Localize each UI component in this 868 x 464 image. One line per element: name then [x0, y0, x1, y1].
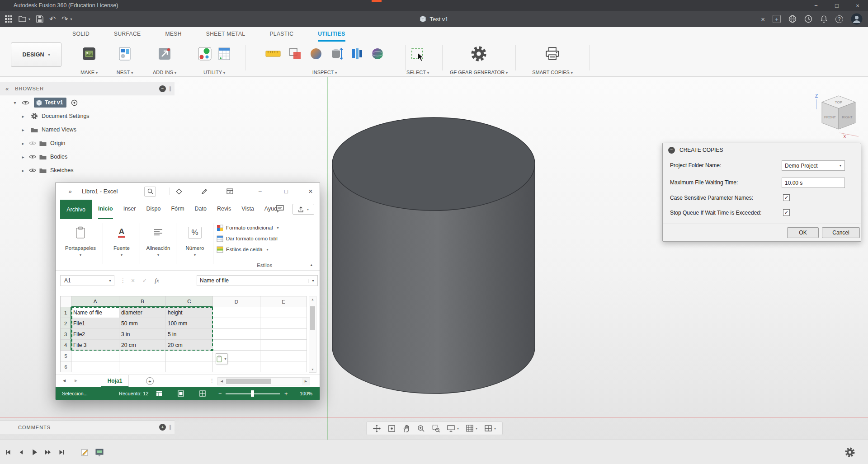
cell-c3[interactable]: 5 in — [166, 329, 213, 340]
redo-icon[interactable]: ↷▾ — [61, 14, 72, 24]
cell-e1[interactable] — [260, 307, 307, 318]
name-box[interactable]: A1 ▾ — [60, 275, 114, 286]
zoom-slider-thumb[interactable] — [251, 390, 254, 397]
diamond-icon[interactable] — [174, 183, 184, 200]
format-as-table-button[interactable]: Dar formato como tabl — [217, 234, 278, 244]
dropdown-caret-icon[interactable]: ▾ — [59, 253, 102, 257]
cancel-entry-icon[interactable]: × — [128, 275, 138, 286]
expander-icon[interactable]: ▸ — [20, 168, 26, 173]
excel-close-button[interactable]: × — [302, 183, 320, 200]
cell-c1[interactable]: height — [166, 307, 213, 318]
horizontal-scrollbar[interactable]: ◀ ▶ — [217, 377, 310, 385]
step-forward-icon[interactable] — [44, 449, 52, 455]
inspect-dropdown[interactable]: INSPECT▾ — [248, 70, 401, 75]
select-all-corner[interactable] — [61, 296, 71, 307]
row-header-5[interactable]: 5 — [61, 351, 71, 361]
curvature-comb-icon[interactable] — [310, 47, 322, 60]
eye-icon[interactable] — [22, 100, 29, 105]
maximize-button[interactable]: □ — [826, 0, 847, 11]
draft-analysis-icon[interactable] — [351, 47, 363, 60]
smart-copies-dropdown[interactable]: SMART COPIES▾ — [518, 70, 587, 75]
ribbon-display-options-icon[interactable] — [225, 183, 235, 200]
app-grid-icon[interactable] — [5, 15, 13, 23]
add-sheet-icon[interactable]: + — [146, 377, 154, 385]
interference-icon[interactable] — [289, 47, 302, 60]
expander-icon[interactable]: ▸ — [20, 127, 26, 132]
nest-icon[interactable] — [118, 47, 132, 61]
tab-sheet-metal[interactable]: SHEET METAL — [206, 27, 245, 42]
measure-ruler-icon[interactable] — [265, 49, 281, 59]
step-back-icon[interactable] — [18, 449, 24, 455]
sheet-next-icon[interactable]: ▶ — [75, 379, 77, 383]
cell-c6[interactable] — [166, 361, 213, 372]
save-icon[interactable] — [36, 15, 43, 23]
cylinder-body[interactable] — [323, 112, 545, 398]
excel-maximize-button[interactable]: □ — [276, 183, 296, 200]
page-layout-icon[interactable] — [178, 387, 184, 400]
cell-e3[interactable] — [260, 329, 307, 340]
workspace-selector[interactable]: DESIGN ▾ — [11, 42, 61, 67]
panel-grip-icon[interactable]: ∥ — [169, 86, 172, 92]
row-header-3[interactable]: 3 — [61, 329, 71, 340]
tree-row-origin[interactable]: ▸ Origin — [0, 137, 175, 150]
nest-dropdown[interactable]: NEST▾ — [108, 70, 142, 75]
row-header-6[interactable]: 6 — [61, 361, 71, 372]
cell-a6[interactable] — [71, 361, 119, 372]
tab-datos[interactable]: Dato — [195, 200, 207, 219]
zoom-out-icon[interactable]: − — [218, 387, 222, 400]
notifications-bell-icon[interactable] — [820, 15, 828, 23]
vertical-scrollbar[interactable]: ▲ ▼ — [309, 296, 316, 373]
zoom-level[interactable]: 100% — [300, 387, 312, 400]
scrollbar-thumb[interactable] — [226, 379, 271, 384]
traffic-light-icon[interactable] — [198, 47, 212, 61]
dropdown-caret-icon[interactable]: ▾ — [104, 253, 139, 257]
expander-icon[interactable]: ▾ — [12, 100, 18, 105]
cell-d4[interactable] — [213, 340, 260, 351]
tab-disposicion[interactable]: Dispo — [146, 200, 160, 219]
make-dropdown[interactable]: MAKE▾ — [71, 70, 107, 75]
insert-function-icon[interactable]: fx — [151, 275, 162, 286]
cell-b3[interactable]: 3 in — [119, 329, 166, 340]
history-clock-icon[interactable] — [804, 15, 812, 23]
dropdown-caret-icon[interactable]: ▾ — [142, 253, 175, 257]
timeline-sketch-feature-icon[interactable] — [80, 448, 90, 457]
spreadsheet-icon[interactable] — [217, 47, 231, 61]
formula-bar-input[interactable]: Name of file ▾ — [197, 275, 318, 286]
dropdown-caret-icon[interactable]: ▾ — [178, 253, 212, 257]
gear-generator-icon[interactable] — [470, 45, 487, 62]
timeline-settings-gear-icon[interactable] — [844, 447, 855, 458]
orbit-icon[interactable] — [373, 425, 381, 432]
zoom-window-icon[interactable] — [432, 425, 440, 432]
tree-row-named-views[interactable]: ▸ Named Views — [0, 123, 175, 136]
new-document-icon[interactable]: + — [773, 15, 781, 23]
play-icon[interactable] — [31, 449, 38, 456]
expander-icon[interactable]: ▸ — [20, 141, 26, 146]
eye-icon[interactable] — [29, 168, 36, 173]
view-cube[interactable]: Z TOP FRONT RIGHT X — [811, 89, 864, 140]
excel-titlebar[interactable]: » Libro1 - Excel − □ × — [56, 183, 320, 200]
stop-queue-checkbox[interactable]: ✓ — [783, 209, 790, 216]
cell-e6[interactable] — [260, 361, 307, 372]
grid-snaps-icon[interactable]: ▾ — [466, 425, 477, 432]
excel-window[interactable]: » Libro1 - Excel − □ × Archivo Inicio In… — [55, 183, 320, 399]
sheet-tab-hoja1[interactable]: Hoja1 — [101, 375, 129, 387]
cell-d1[interactable] — [213, 307, 260, 318]
cell-b1[interactable]: diameter — [119, 307, 166, 318]
tree-row-bodies[interactable]: ▸ Bodies — [0, 150, 175, 163]
look-at-icon[interactable] — [388, 425, 396, 432]
pen-icon[interactable] — [199, 183, 209, 200]
case-sensitive-checkbox[interactable]: ✓ — [783, 194, 790, 201]
cell-c2[interactable]: 100 mm — [166, 318, 213, 329]
tab-inicio[interactable]: Inicio — [98, 200, 113, 219]
dialog-minus-icon[interactable]: − — [668, 147, 675, 154]
create-copies-header[interactable]: − CREATE COPIES — [663, 143, 861, 157]
section-analysis-icon[interactable] — [330, 47, 343, 60]
addins-icon[interactable] — [157, 47, 172, 61]
tab-formulas[interactable]: Fórm — [171, 200, 184, 219]
cell-a3[interactable]: File2 — [71, 329, 119, 340]
close-document-icon[interactable]: × — [761, 15, 765, 23]
cell-a4[interactable]: File 3 — [71, 340, 119, 351]
tab-surface[interactable]: SURFACE — [114, 27, 141, 42]
cell-b5[interactable] — [119, 351, 166, 361]
conditional-format-button[interactable]: Formato condicional ▾ — [217, 223, 279, 233]
